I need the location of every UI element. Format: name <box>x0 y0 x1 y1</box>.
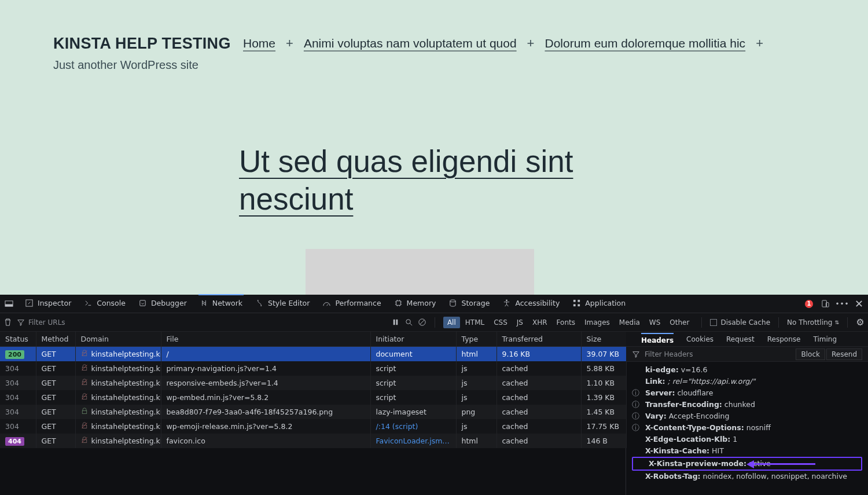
svg-rect-10 <box>578 304 580 306</box>
headers-tab-response[interactable]: Response <box>767 335 801 343</box>
type-filter-xhr[interactable]: XHR <box>528 317 551 328</box>
headers-tab-bar: HeadersCookiesRequestResponseTiming <box>626 332 868 347</box>
block-icon[interactable] <box>418 318 426 327</box>
performance-icon <box>322 299 331 307</box>
insecure-icon <box>81 350 88 358</box>
filter-urls-input[interactable]: Filter URLs <box>17 318 65 327</box>
cell-transferred: cached <box>496 390 581 405</box>
info-icon[interactable]: ⓘ <box>632 410 641 422</box>
devtools-tab-performance[interactable]: Performance <box>321 295 382 312</box>
disable-cache-checkbox[interactable]: Disable Cache <box>710 318 770 327</box>
column-header-transferred[interactable]: Transferred <box>496 332 581 347</box>
request-row[interactable]: 304GETkinstahelptesting.ki…wp-embed.min.… <box>0 390 626 405</box>
headers-tab-timing[interactable]: Timing <box>813 335 837 343</box>
cell-type: js <box>456 419 496 434</box>
column-header-initiator[interactable]: Initiator <box>370 332 456 347</box>
request-row[interactable]: 404GETkinstahelptesting.ki…favicon.icoFa… <box>0 434 626 448</box>
headers-tab-headers[interactable]: Headers <box>641 333 674 344</box>
featured-image-placeholder <box>306 249 534 295</box>
response-header: X-Kinsta-preview-mode: active <box>632 457 862 471</box>
cell-type: png <box>456 405 496 419</box>
trash-icon[interactable] <box>3 318 12 327</box>
gear-icon[interactable]: ⚙ <box>856 318 865 327</box>
network-request-table: StatusMethodDomainFileInitiatorTypeTrans… <box>0 332 626 495</box>
nav-item-3[interactable]: Dolorum eum doloremque mollitia hic <box>545 36 745 50</box>
type-filter-all[interactable]: All <box>443 317 460 328</box>
request-row[interactable]: 304GETkinstahelptesting.ki…primary-navig… <box>0 361 626 376</box>
devtools-tab-application[interactable]: Application <box>571 295 627 312</box>
info-icon[interactable]: ⓘ <box>632 399 641 410</box>
cell-size: 1.39 KB <box>581 390 626 405</box>
cell-initiator: document <box>370 347 456 362</box>
cell-domain: kinstahelptesting.ki… <box>75 361 161 376</box>
devtools-tab-debugger[interactable]: Debugger <box>137 295 188 312</box>
column-header-size[interactable]: Size <box>581 332 626 347</box>
type-filter-row: AllHTMLCSSJSXHRFontsImagesMediaWSOther <box>443 317 694 328</box>
devtools-tab-console[interactable]: Console <box>83 295 127 312</box>
cell-method: GET <box>36 419 75 434</box>
response-headers-list: ki-edge: v=16.6Link: ; rel="https://api.… <box>626 362 868 487</box>
submenu-toggle-icon[interactable]: + <box>756 36 763 51</box>
cell-initiator[interactable]: /:14 (script) <box>370 419 456 434</box>
submenu-toggle-icon[interactable]: + <box>527 36 535 51</box>
dock-mode-icon[interactable] <box>5 299 13 308</box>
nav-item-home[interactable]: Home <box>243 36 275 50</box>
devtools-tab-network[interactable]: Network <box>198 294 244 312</box>
throttling-select[interactable]: No Throttling⇅ <box>787 318 839 327</box>
type-filter-fonts[interactable]: Fonts <box>553 317 579 328</box>
type-filter-html[interactable]: HTML <box>461 317 488 328</box>
cell-status: 304 <box>0 361 36 376</box>
svg-rect-7 <box>573 300 576 302</box>
devtools-tab-memory[interactable]: Memory <box>393 295 437 312</box>
column-header-file[interactable]: File <box>161 332 370 347</box>
type-filter-ws[interactable]: WS <box>645 317 664 328</box>
devtools-tab-accessibility[interactable]: Accessibility <box>501 295 561 312</box>
info-icon[interactable]: ⓘ <box>632 387 641 399</box>
column-header-status[interactable]: Status <box>0 332 36 347</box>
filter-headers-input[interactable]: Filter Headers <box>645 350 693 358</box>
responsive-mode-icon[interactable] <box>821 299 830 308</box>
column-header-domain[interactable]: Domain <box>75 332 161 347</box>
insecure-icon <box>81 364 88 373</box>
info-icon[interactable]: ⓘ <box>632 422 641 434</box>
type-filter-other[interactable]: Other <box>665 317 693 328</box>
submenu-toggle-icon[interactable]: + <box>286 36 293 51</box>
resend-button[interactable]: Resend <box>826 349 862 360</box>
type-filter-js[interactable]: JS <box>513 317 527 328</box>
headers-panel: HeadersCookiesRequestResponseTiming Filt… <box>626 332 868 495</box>
cell-status: 304 <box>0 376 36 390</box>
kebab-menu-icon[interactable]: ••• <box>838 299 847 308</box>
type-filter-css[interactable]: CSS <box>490 317 512 328</box>
cell-initiator: script <box>370 376 456 390</box>
post-title[interactable]: Ut sed quas eligendi sint nesciunt <box>239 143 625 218</box>
devtools-tab-style-editor[interactable]: Style Editor <box>254 295 311 312</box>
request-row[interactable]: 304GETkinstahelptesting.ki…wp-emoji-rele… <box>0 419 626 434</box>
response-header: ⓘX-Content-Type-Options: nosniff <box>632 422 862 434</box>
block-button[interactable]: Block <box>796 349 825 360</box>
error-count-badge[interactable]: 1 <box>805 300 813 308</box>
pause-icon[interactable] <box>391 318 400 327</box>
console-icon <box>84 299 93 307</box>
search-icon[interactable] <box>404 318 413 327</box>
cell-initiator[interactable]: FaviconLoader.jsm:191 … <box>370 434 456 448</box>
headers-tab-request[interactable]: Request <box>726 335 755 343</box>
cell-file: wp-emoji-release.min.js?ver=5.8.2 <box>161 419 370 434</box>
headers-tab-cookies[interactable]: Cookies <box>686 335 713 343</box>
insecure-icon <box>81 393 88 402</box>
type-filter-images[interactable]: Images <box>580 317 614 328</box>
request-row[interactable]: 304GETkinstahelptesting.ki…bea8d807-f7e9… <box>0 405 626 419</box>
response-header: ⓘTransfer-Encoding: chunked <box>632 399 862 410</box>
cell-method: GET <box>36 347 75 362</box>
cell-initiator: lazy-imageset <box>370 405 456 419</box>
close-devtools-icon[interactable] <box>855 299 863 308</box>
request-row[interactable]: 304GETkinstahelptesting.ki…responsive-em… <box>0 376 626 390</box>
nav-item-2[interactable]: Animi voluptas nam voluptatem ut quod <box>304 36 517 50</box>
column-header-type[interactable]: Type <box>456 332 496 347</box>
primary-nav: Home + Animi voluptas nam voluptatem ut … <box>243 36 815 51</box>
devtools-tab-storage[interactable]: Storage <box>447 295 491 312</box>
type-filter-media[interactable]: Media <box>615 317 644 328</box>
devtools-tab-inspector[interactable]: Inspector <box>24 295 72 312</box>
svg-rect-9 <box>573 304 576 306</box>
column-header-method[interactable]: Method <box>36 332 75 347</box>
request-row[interactable]: 200GETkinstahelptesting.ki…/documenthtml… <box>0 347 626 362</box>
